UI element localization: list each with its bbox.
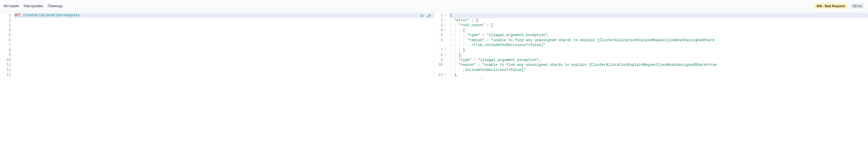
history-tab[interactable]: История (4, 4, 19, 8)
line-number: 6 (434, 38, 449, 43)
line-number: 9 (434, 58, 449, 63)
request-line[interactable] (14, 58, 434, 63)
line-number: 10 (0, 58, 13, 63)
request-actions (420, 13, 432, 18)
settings-tab[interactable]: Настройки (24, 4, 43, 8)
response-gutter: 1▾2▾3▾4▾567▾8▾91011▾1213▾14 (434, 12, 449, 79)
fold-icon[interactable]: ▾ (444, 18, 446, 23)
response-pane: 1▾2▾3▾4▾567▾8▾91011▾1213▾14 {| "error" :… (434, 12, 868, 79)
line-number: 5 (0, 33, 13, 38)
response-line[interactable]: { (450, 13, 868, 18)
request-line[interactable] (14, 38, 434, 43)
line-number: 4▾ (434, 28, 449, 33)
request-line[interactable] (14, 63, 434, 68)
toolbar: История Настройки Помощь 400 - Bad Reque… (0, 0, 868, 12)
toolbar-left: История Настройки Помощь (4, 4, 63, 8)
request-line[interactable] (14, 18, 434, 23)
svg-marker-0 (421, 14, 424, 17)
line-number: 6 (0, 38, 13, 43)
line-number: 11 (0, 63, 13, 68)
request-editor[interactable]: GET _cluster/allocation/explain (13, 12, 434, 79)
request-pane: 12345678910111213141516 GET _cluster/all… (0, 12, 434, 79)
request-path: _cluster/allocation/explain (21, 13, 80, 18)
line-number: 1▾ (434, 13, 449, 18)
response-line[interactable]: | | | { (450, 28, 868, 33)
fold-icon[interactable]: ▾ (444, 28, 446, 33)
line-number: 13 (0, 73, 13, 78)
fold-icon[interactable]: ▾ (444, 13, 446, 18)
response-line[interactable]: | | | } (450, 48, 868, 53)
line-number: 10 (434, 63, 449, 68)
line-number: 5 (434, 33, 449, 38)
toolbar-right: 400 - Bad Request 89 ms (814, 3, 864, 9)
response-line[interactable]: | "error" : { (450, 18, 868, 23)
request-line[interactable] (14, 28, 434, 33)
request-line[interactable] (14, 53, 434, 58)
help-tab[interactable]: Помощь (48, 4, 63, 8)
line-number: 3 (0, 23, 13, 28)
response-viewer[interactable]: {| "error" : {| | "root_cause" : [| | | … (449, 12, 868, 79)
run-icon[interactable] (420, 13, 425, 18)
line-number: 1 (0, 13, 13, 18)
response-line[interactable]: | | "reason" : "unable to find any unass… (450, 63, 868, 68)
fold-icon[interactable]: ▾ (444, 48, 446, 53)
response-line[interactable]: | | "root_cause" : [ (450, 23, 868, 28)
line-number: 7 (0, 43, 13, 48)
status-badge: 400 - Bad Request (814, 3, 847, 9)
line-number: 12 (0, 68, 13, 73)
request-line[interactable]: GET _cluster/allocation/explain (14, 13, 434, 18)
request-line[interactable] (14, 33, 434, 38)
line-number: 2 (0, 18, 13, 23)
editor-panes: 12345678910111213141516 GET _cluster/all… (0, 12, 868, 79)
response-line[interactable]: | | | | "reason" : "unable to find any u… (450, 38, 868, 43)
wrench-icon[interactable] (427, 13, 432, 18)
line-number: 4 (0, 28, 13, 33)
request-line[interactable] (14, 73, 434, 78)
response-line[interactable]: | }, (450, 73, 868, 78)
line-number: 7▾ (434, 48, 449, 53)
response-line[interactable]: | "status" : 400 (450, 78, 868, 79)
request-line[interactable] (14, 43, 434, 48)
request-line[interactable] (14, 78, 434, 79)
line-number: 8 (0, 48, 13, 53)
request-line[interactable] (14, 68, 434, 73)
response-line[interactable]: | | | ,includeYesDecisions?=false]" (450, 68, 868, 73)
response-line[interactable]: | | | | "type" : "illegal_argument_excep… (450, 33, 868, 38)
request-gutter: 12345678910111213141516 (0, 12, 13, 79)
line-number: 11▾ (434, 73, 449, 78)
response-time-badge: 89 ms (850, 3, 864, 9)
fold-icon[interactable]: ▾ (444, 23, 446, 28)
response-line[interactable]: | | | | | =true,includeYesDecisions?=fal… (450, 43, 868, 48)
line-number: 12 (434, 78, 449, 79)
fold-icon[interactable]: ▾ (444, 73, 446, 78)
response-line[interactable]: | | "type" : "illegal_argument_exception… (450, 58, 868, 63)
line-number: 3▾ (434, 23, 449, 28)
request-line[interactable] (14, 48, 434, 53)
line-number: 14 (0, 78, 13, 79)
line-number: 9 (0, 53, 13, 58)
fold-icon[interactable]: ▾ (444, 53, 446, 58)
response-line[interactable]: | | ], (450, 53, 868, 58)
line-number: 2▾ (434, 18, 449, 23)
line-number: 8▾ (434, 53, 449, 58)
http-method: GET (14, 13, 21, 18)
request-line[interactable] (14, 23, 434, 28)
